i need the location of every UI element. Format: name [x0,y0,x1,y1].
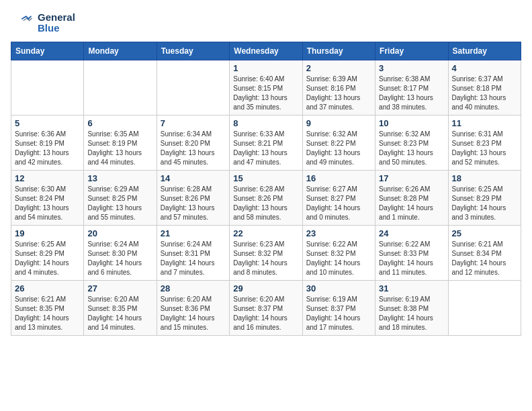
day-cell: 6Sunrise: 6:35 AM Sunset: 8:19 PM Daylig… [84,116,157,171]
day-info: Sunrise: 6:32 AM Sunset: 8:22 PM Dayligh… [306,130,371,167]
day-number: 16 [306,173,371,183]
day-cell: 25Sunrise: 6:21 AM Sunset: 8:34 PM Dayli… [448,226,521,281]
day-number: 31 [379,283,444,293]
day-number: 1 [233,63,298,73]
day-info: Sunrise: 6:37 AM Sunset: 8:18 PM Dayligh… [452,75,517,112]
day-cell: 11Sunrise: 6:31 AM Sunset: 8:23 PM Dayli… [448,116,521,171]
day-number: 7 [161,118,226,128]
day-cell: 30Sunrise: 6:19 AM Sunset: 8:37 PM Dayli… [302,281,375,336]
day-cell: 19Sunrise: 6:25 AM Sunset: 8:29 PM Dayli… [11,226,84,281]
day-info: Sunrise: 6:21 AM Sunset: 8:35 PM Dayligh… [15,295,80,332]
logo-bird-icon [11,11,35,35]
calendar-table: SundayMondayTuesdayWednesdayThursdayFrid… [11,42,521,336]
day-cell: 1Sunrise: 6:40 AM Sunset: 8:15 PM Daylig… [230,60,302,116]
week-row-1: 5Sunrise: 6:36 AM Sunset: 8:19 PM Daylig… [11,116,521,171]
day-number: 25 [452,228,517,238]
day-info: Sunrise: 6:31 AM Sunset: 8:23 PM Dayligh… [452,130,517,167]
day-cell: 3Sunrise: 6:38 AM Sunset: 8:17 PM Daylig… [375,60,448,116]
calendar-header: SundayMondayTuesdayWednesdayThursdayFrid… [11,42,521,60]
day-number: 21 [161,228,226,238]
day-cell: 10Sunrise: 6:32 AM Sunset: 8:23 PM Dayli… [375,116,448,171]
day-info: Sunrise: 6:25 AM Sunset: 8:29 PM Dayligh… [452,185,517,222]
day-cell: 12Sunrise: 6:30 AM Sunset: 8:24 PM Dayli… [11,171,84,226]
day-number: 18 [452,173,517,183]
day-number: 10 [379,118,444,128]
day-info: Sunrise: 6:28 AM Sunset: 8:26 PM Dayligh… [233,185,298,222]
day-cell: 26Sunrise: 6:21 AM Sunset: 8:35 PM Dayli… [11,281,84,336]
day-cell: 20Sunrise: 6:24 AM Sunset: 8:30 PM Dayli… [84,226,157,281]
day-number: 9 [306,118,371,128]
day-cell: 14Sunrise: 6:28 AM Sunset: 8:26 PM Dayli… [157,171,229,226]
day-number: 17 [379,173,444,183]
day-cell: 24Sunrise: 6:22 AM Sunset: 8:33 PM Dayli… [375,226,448,281]
day-cell [448,281,521,336]
day-info: Sunrise: 6:22 AM Sunset: 8:32 PM Dayligh… [306,240,371,277]
day-cell: 28Sunrise: 6:20 AM Sunset: 8:36 PM Dayli… [157,281,229,336]
day-cell: 4Sunrise: 6:37 AM Sunset: 8:18 PM Daylig… [448,60,521,116]
week-row-3: 19Sunrise: 6:25 AM Sunset: 8:29 PM Dayli… [11,226,521,281]
day-cell: 17Sunrise: 6:26 AM Sunset: 8:28 PM Dayli… [375,171,448,226]
day-cell [11,60,84,116]
day-info: Sunrise: 6:19 AM Sunset: 8:38 PM Dayligh… [379,295,444,332]
day-info: Sunrise: 6:40 AM Sunset: 8:15 PM Dayligh… [233,75,298,112]
day-number: 27 [87,283,152,293]
day-info: Sunrise: 6:22 AM Sunset: 8:33 PM Dayligh… [379,240,444,277]
logo-line2: Blue [38,23,75,34]
header-cell-thursday: Thursday [302,42,375,60]
day-number: 6 [87,118,152,128]
day-info: Sunrise: 6:21 AM Sunset: 8:34 PM Dayligh… [452,240,517,277]
day-info: Sunrise: 6:34 AM Sunset: 8:20 PM Dayligh… [161,130,226,167]
day-info: Sunrise: 6:28 AM Sunset: 8:26 PM Dayligh… [161,185,226,222]
day-number: 23 [306,228,371,238]
day-cell: 5Sunrise: 6:36 AM Sunset: 8:19 PM Daylig… [11,116,84,171]
day-number: 2 [306,63,371,73]
logo: General Blue [11,11,75,35]
day-cell [157,60,229,116]
day-info: Sunrise: 6:24 AM Sunset: 8:31 PM Dayligh… [161,240,226,277]
day-info: Sunrise: 6:25 AM Sunset: 8:29 PM Dayligh… [15,240,80,277]
day-number: 22 [233,228,298,238]
day-info: Sunrise: 6:32 AM Sunset: 8:23 PM Dayligh… [379,130,444,167]
day-info: Sunrise: 6:29 AM Sunset: 8:25 PM Dayligh… [87,185,152,222]
day-cell: 15Sunrise: 6:28 AM Sunset: 8:26 PM Dayli… [230,171,302,226]
day-number: 14 [161,173,226,183]
logo-container: General Blue [11,11,75,35]
day-number: 5 [15,118,80,128]
header-cell-saturday: Saturday [448,42,521,60]
day-number: 28 [161,283,226,293]
day-number: 29 [233,283,298,293]
day-info: Sunrise: 6:33 AM Sunset: 8:21 PM Dayligh… [233,130,298,167]
day-cell: 31Sunrise: 6:19 AM Sunset: 8:38 PM Dayli… [375,281,448,336]
day-cell: 2Sunrise: 6:39 AM Sunset: 8:16 PM Daylig… [302,60,375,116]
day-number: 15 [233,173,298,183]
day-number: 26 [15,283,80,293]
header-cell-friday: Friday [375,42,448,60]
day-number: 11 [452,118,517,128]
day-info: Sunrise: 6:39 AM Sunset: 8:16 PM Dayligh… [306,75,371,112]
logo-line1: General [38,12,75,24]
day-cell: 7Sunrise: 6:34 AM Sunset: 8:20 PM Daylig… [157,116,229,171]
day-number: 20 [87,228,152,238]
day-info: Sunrise: 6:19 AM Sunset: 8:37 PM Dayligh… [306,295,371,332]
week-row-4: 26Sunrise: 6:21 AM Sunset: 8:35 PM Dayli… [11,281,521,336]
day-cell: 9Sunrise: 6:32 AM Sunset: 8:22 PM Daylig… [302,116,375,171]
day-info: Sunrise: 6:20 AM Sunset: 8:36 PM Dayligh… [161,295,226,332]
day-info: Sunrise: 6:30 AM Sunset: 8:24 PM Dayligh… [15,185,80,222]
day-number: 30 [306,283,371,293]
header-cell-monday: Monday [84,42,157,60]
day-cell: 27Sunrise: 6:20 AM Sunset: 8:35 PM Dayli… [84,281,157,336]
header-cell-wednesday: Wednesday [230,42,302,60]
page-header: General Blue [11,11,521,35]
day-number: 24 [379,228,444,238]
day-info: Sunrise: 6:23 AM Sunset: 8:32 PM Dayligh… [233,240,298,277]
day-cell: 13Sunrise: 6:29 AM Sunset: 8:25 PM Dayli… [84,171,157,226]
day-cell: 21Sunrise: 6:24 AM Sunset: 8:31 PM Dayli… [157,226,229,281]
day-info: Sunrise: 6:35 AM Sunset: 8:19 PM Dayligh… [87,130,152,167]
day-info: Sunrise: 6:26 AM Sunset: 8:28 PM Dayligh… [379,185,444,222]
day-number: 3 [379,63,444,73]
day-info: Sunrise: 6:27 AM Sunset: 8:27 PM Dayligh… [306,185,371,222]
day-cell: 8Sunrise: 6:33 AM Sunset: 8:21 PM Daylig… [230,116,302,171]
day-info: Sunrise: 6:36 AM Sunset: 8:19 PM Dayligh… [15,130,80,167]
day-cell: 22Sunrise: 6:23 AM Sunset: 8:32 PM Dayli… [230,226,302,281]
day-number: 12 [15,173,80,183]
